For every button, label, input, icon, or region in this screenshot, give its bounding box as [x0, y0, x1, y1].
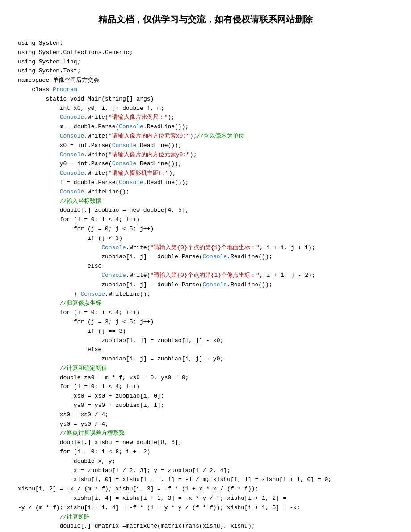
page-header: 精品文档，仅供学习与交流，如有侵权请联系网站删除 [18, 13, 393, 25]
code-block: using System; using System.Collections.G… [18, 39, 393, 532]
